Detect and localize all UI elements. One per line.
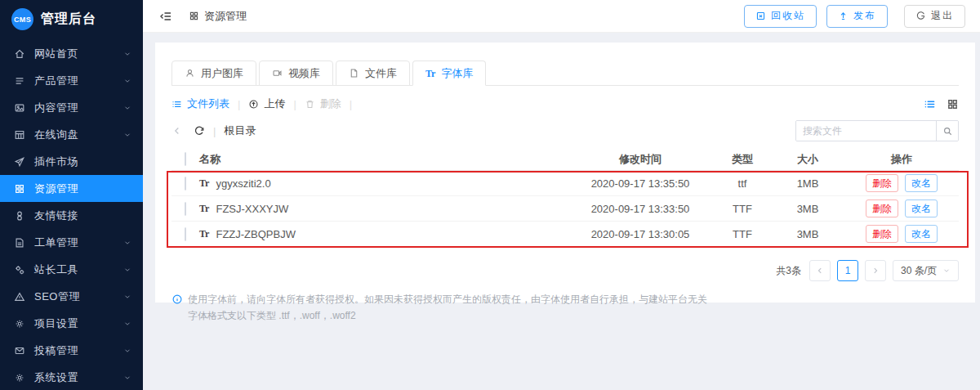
refresh-icon[interactable]: [194, 125, 205, 137]
toolbar-separator: |: [293, 98, 296, 110]
row-checkbox[interactable]: [185, 227, 186, 241]
sidebar-item-workorders[interactable]: 工单管理: [0, 229, 143, 256]
table-row: Tr FZSJ-XXXYJW 2020-09-17 13:33:50 TTF 3…: [172, 196, 959, 222]
row-checkbox[interactable]: [185, 177, 186, 191]
sidebar-item-label: 产品管理: [34, 74, 78, 88]
sidebar-item-products[interactable]: 产品管理: [0, 67, 143, 94]
upload-button[interactable]: 上传: [248, 96, 285, 111]
recycle-bin-button[interactable]: 回收站: [744, 5, 817, 28]
tab-file-library[interactable]: 文件库: [336, 61, 410, 86]
sidebar-item-label: 系统设置: [34, 370, 78, 385]
sidebar-item-resources[interactable]: 资源管理: [0, 175, 143, 202]
row-rename-button[interactable]: 改名: [905, 225, 938, 243]
grid-view-icon[interactable]: [947, 98, 959, 110]
sidebar-item-links[interactable]: 友情链接: [0, 202, 143, 229]
library-tabs: 用户图库 视频库 文件库 Tr 字体库: [172, 61, 959, 86]
chevron-down-icon: [123, 347, 131, 355]
sidebar-item-submissions[interactable]: 投稿管理: [0, 337, 143, 364]
prev-page-button[interactable]: [809, 260, 831, 281]
file-type: ttf: [714, 177, 771, 190]
file-name: FZZJ-ZBQPBJW: [216, 228, 296, 240]
page-size-value: 30 条/页: [901, 264, 937, 278]
delete-button[interactable]: 删除: [305, 96, 341, 111]
search-input[interactable]: [796, 121, 936, 141]
page-number-current[interactable]: 1: [837, 260, 858, 281]
sidebar-item-home[interactable]: 网站首页: [0, 40, 143, 67]
delete-label: 删除: [320, 96, 341, 111]
notice-text-line2: 字体格式支以下类型 .ttf，.woff，.woff2: [172, 308, 959, 324]
view-toggles: [924, 98, 959, 110]
row-checkbox[interactable]: [185, 202, 186, 216]
page-size-select[interactable]: 30 条/页: [893, 260, 959, 281]
search-box: [795, 120, 959, 141]
list-view-icon[interactable]: [924, 98, 936, 110]
chevron-left-icon[interactable]: [172, 125, 183, 137]
sidebar-item-label: 站长工具: [34, 262, 78, 277]
tab-user-gallery[interactable]: 用户图库: [172, 61, 256, 86]
chevron-down-icon: [123, 239, 131, 247]
font-file-icon: Tr: [199, 178, 209, 188]
sidebar-item-webmaster-tools[interactable]: 站长工具: [0, 256, 143, 283]
logout-label: 退出: [931, 9, 954, 23]
sidebar-item-label: SEO管理: [34, 289, 80, 304]
file-type: TTF: [714, 203, 771, 215]
chevron-down-icon: [942, 267, 951, 275]
sidebar-item-content[interactable]: 内容管理: [0, 94, 143, 121]
file-name: ygyxsziti2.0: [216, 177, 270, 190]
file-list-label: 文件列表: [187, 96, 229, 111]
upload-icon: [248, 99, 259, 110]
file-size: 1MB: [771, 177, 844, 190]
recycle-bin-icon: [755, 11, 766, 21]
tab-video-library[interactable]: 视频库: [259, 61, 333, 86]
warning-icon: [14, 291, 25, 303]
file-list-button[interactable]: 文件列表: [172, 96, 229, 111]
select-all-checkbox[interactable]: [185, 152, 186, 166]
font-tr-icon: Tr: [425, 69, 435, 78]
file-modified: 2020-09-17 13:30:05: [567, 228, 714, 240]
file-modified: 2020-09-17 13:33:50: [567, 203, 714, 215]
tab-font-library[interactable]: Tr 字体库: [412, 61, 486, 86]
sidebar-item-project-settings[interactable]: 项目设置: [0, 310, 143, 337]
publish-up-icon: [838, 11, 849, 21]
directory-navigation: | 根目录: [172, 120, 959, 141]
sidebar-item-plugins[interactable]: 插件市场: [0, 148, 143, 175]
sidebar-item-inquiry[interactable]: 在线询盘: [0, 121, 143, 148]
chevron-down-icon: [123, 77, 131, 85]
pagination-total: 共3条: [776, 264, 801, 278]
list-view-icon: [172, 99, 182, 110]
file-size: 3MB: [771, 203, 844, 215]
sidebar-item-label: 在线询盘: [34, 128, 78, 142]
header-name: 名称: [199, 152, 567, 167]
recycle-bin-label: 回收站: [771, 9, 805, 23]
notice-text-line1: 使用字体前，请向字体所有者获得授权。如果因未获得授权而产生的版权责任，由字体使用…: [188, 292, 707, 307]
row-delete-button[interactable]: 删除: [866, 225, 898, 243]
row-rename-button[interactable]: 改名: [905, 174, 938, 192]
magnifier-icon[interactable]: [936, 121, 958, 141]
home-icon: [14, 48, 25, 60]
row-rename-button[interactable]: 改名: [905, 199, 938, 217]
table-body: Tr ygyxsziti2.0 2020-09-17 13:35:50 ttf …: [172, 171, 959, 247]
mail-icon: [14, 345, 25, 356]
tab-label: 用户图库: [201, 66, 243, 81]
chevron-down-icon: [123, 50, 131, 58]
rocket-icon: [14, 156, 25, 168]
chevron-down-icon: [123, 374, 131, 382]
logout-icon: [915, 11, 926, 21]
gear-icon: [14, 318, 25, 329]
next-page-button[interactable]: [865, 260, 886, 281]
logout-button[interactable]: 退出: [904, 5, 965, 28]
sidebar-item-system-settings[interactable]: 系统设置: [0, 364, 143, 390]
publish-button[interactable]: 发布: [826, 5, 888, 28]
sidebar-item-label: 投稿管理: [34, 343, 78, 358]
breadcrumb: 资源管理: [189, 9, 247, 24]
file-name: FZSJ-XXXYJW: [216, 203, 288, 215]
row-delete-button[interactable]: 删除: [866, 174, 898, 192]
sidebar-item-seo[interactable]: SEO管理: [0, 283, 143, 310]
menu-fold-icon[interactable]: [159, 10, 172, 23]
row-delete-button[interactable]: 删除: [866, 199, 898, 217]
sidebar: CMS 管理后台 网站首页 产品管理 内容管理 在线询盘 插件市场: [0, 0, 143, 390]
header-type: 类型: [714, 152, 771, 167]
chevron-down-icon: [123, 266, 131, 274]
gear-icon: [14, 372, 25, 383]
chevron-down-icon: [123, 104, 131, 112]
